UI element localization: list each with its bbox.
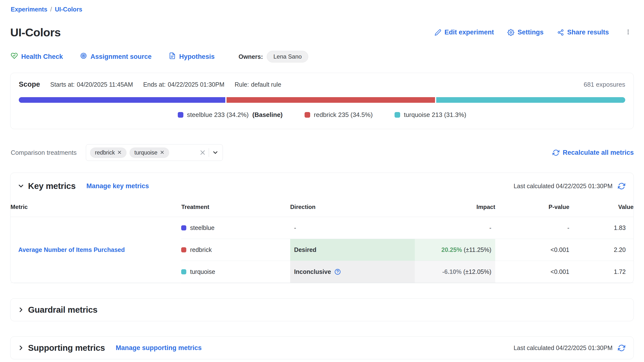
key-metrics-table: Metric Treatment Direction Impact P-valu… <box>10 197 634 283</box>
document-icon <box>169 52 176 61</box>
treatment-cell: steelblue <box>181 217 290 239</box>
ends-label: Ends at: <box>143 81 166 88</box>
chevron-down-icon[interactable] <box>212 149 219 156</box>
refresh-icon[interactable] <box>618 182 625 190</box>
pvalue-cell: - <box>495 217 570 239</box>
col-impact: Impact <box>415 197 495 217</box>
key-metrics-last-calculated: Last calculated 04/22/2025 01:30PM <box>514 182 625 190</box>
assignment-source-label: Assignment source <box>90 53 152 61</box>
treatment-name: turquoise <box>190 268 215 275</box>
legend-label: steelblue 233 (34.2%) <box>187 111 249 119</box>
scope-starts: Starts at: 04/20/2025 11:45AM <box>50 81 133 88</box>
breadcrumb-experiments[interactable]: Experiments <box>11 6 47 13</box>
impact-ci: (±11.25%) <box>464 246 491 253</box>
more-options-button[interactable] <box>622 27 634 38</box>
breadcrumb: Experiments / UI-Colors <box>10 6 634 13</box>
share-icon <box>557 29 564 36</box>
legend-item-turquoise: turquoise 213 (31.3%) <box>394 111 466 119</box>
impact-cell: -6.10% (±12.05%) <box>415 261 495 283</box>
rule-value: default rule <box>251 81 282 88</box>
turquoise-swatch-icon <box>394 112 400 118</box>
legend-label: redbrick 235 (34.5%) <box>314 111 372 119</box>
target-icon <box>80 52 87 61</box>
gear-icon <box>508 29 514 36</box>
last-calculated-text: Last calculated 04/22/2025 01:30PM <box>514 344 612 351</box>
remove-redbrick-icon[interactable] <box>117 149 122 156</box>
starts-value: 04/20/2025 11:45AM <box>77 81 133 88</box>
assignment-source-link[interactable]: Assignment source <box>80 52 152 61</box>
manage-key-metrics-link[interactable]: Manage key metrics <box>86 182 149 190</box>
recalculate-all-metrics-button[interactable]: Recalculate all metrics <box>552 149 634 156</box>
question-circle-icon[interactable] <box>334 268 341 275</box>
guardrail-metrics-title: Guardrail metrics <box>28 305 98 315</box>
redbrick-swatch-icon <box>181 247 186 252</box>
scope-ends: Ends at: 04/22/2025 01:30PM <box>143 81 224 88</box>
settings-button[interactable]: Settings <box>508 29 544 36</box>
health-check-link[interactable]: Health Check <box>11 52 63 61</box>
impact-ci: (±12.05%) <box>463 268 491 275</box>
owner-pill[interactable]: Lena Sano <box>267 51 308 63</box>
treatment-cell: redbrick <box>181 239 290 261</box>
chip-turquoise[interactable]: turquoise <box>130 147 169 158</box>
heart-check-icon <box>11 52 18 61</box>
kebab-icon <box>625 32 631 36</box>
turquoise-swatch-icon <box>181 269 186 274</box>
supporting-last-calculated: Last calculated 04/22/2025 01:30PM <box>514 344 625 351</box>
scope-rule: Rule: default rule <box>234 81 281 88</box>
chip-redbrick[interactable]: redbrick <box>90 147 126 158</box>
chip-label: turquoise <box>134 149 158 156</box>
col-metric: Metric <box>10 197 181 217</box>
comparison-treatments-select[interactable]: redbrick turquoise <box>86 144 223 161</box>
table-header-row: Metric Treatment Direction Impact P-valu… <box>10 197 634 217</box>
breadcrumb-separator: / <box>50 6 52 13</box>
share-results-label: Share results <box>567 29 609 36</box>
value-cell: 2.20 <box>570 239 634 261</box>
pencil-icon <box>434 29 441 36</box>
legend-label: turquoise 213 (31.3%) <box>404 111 466 119</box>
last-calculated-text: Last calculated 04/22/2025 01:30PM <box>514 183 612 190</box>
value-cell: 1.72 <box>570 261 634 283</box>
exposure-bar <box>19 97 625 103</box>
starts-label: Starts at: <box>50 81 74 88</box>
refresh-icon <box>552 149 560 156</box>
hypothesis-label: Hypothesis <box>179 53 215 61</box>
health-check-label: Health Check <box>21 53 63 61</box>
collapse-chevron-down-icon[interactable] <box>16 182 28 190</box>
treatment-cell: turquoise <box>181 261 290 283</box>
remove-turquoise-icon[interactable] <box>160 149 164 156</box>
metric-link[interactable]: Average Number of Items Purchased <box>18 246 125 253</box>
share-results-button[interactable]: Share results <box>557 29 609 36</box>
manage-supporting-metrics-link[interactable]: Manage supporting metrics <box>116 344 202 352</box>
breadcrumb-current[interactable]: UI-Colors <box>55 6 82 13</box>
baseline-tag: (Baseline) <box>252 111 282 119</box>
collapse-chevron-right-icon[interactable] <box>16 306 28 313</box>
settings-label: Settings <box>518 29 544 36</box>
exposures-count: 681 exposures <box>584 81 625 88</box>
guardrail-metrics-card: Guardrail metrics <box>10 298 634 321</box>
col-direction: Direction <box>290 197 415 217</box>
key-metrics-header: Key metrics Manage key metrics Last calc… <box>10 173 634 197</box>
hypothesis-link[interactable]: Hypothesis <box>169 52 215 61</box>
chip-label: redbrick <box>95 149 115 156</box>
owners: Owners: Lena Sano <box>238 51 308 63</box>
page-title: UI-Colors <box>10 26 61 39</box>
select-divider <box>209 148 209 157</box>
refresh-icon[interactable] <box>618 344 625 351</box>
legend-item-steelblue: steelblue 233 (34.2%) (Baseline) <box>178 111 282 119</box>
direction-text: Inconclusive <box>294 268 331 275</box>
comparison-treatments-label: Comparison treatments <box>10 149 76 156</box>
impact-cell: - <box>415 217 495 239</box>
direction-cell: - <box>290 217 415 239</box>
edit-experiment-label: Edit experiment <box>444 29 494 36</box>
value-cell: 1.83 <box>570 217 634 239</box>
scope-card: Scope Starts at: 04/20/2025 11:45AM Ends… <box>10 73 634 129</box>
collapse-chevron-right-icon[interactable] <box>16 344 28 351</box>
pvalue-cell: <0.001 <box>495 239 570 261</box>
edit-experiment-button[interactable]: Edit experiment <box>434 29 494 36</box>
experiment-page: Experiments / UI-Colors UI-Colors Edit e… <box>0 0 644 362</box>
treatment-name: steelblue <box>190 224 214 231</box>
comparison-row: Comparison treatments redbrick turquoise <box>10 144 634 161</box>
clear-selection-icon[interactable] <box>200 149 206 156</box>
direction-cell: Inconclusive <box>290 261 415 283</box>
table-row-steelblue: Average Number of Items Purchased steelb… <box>10 217 634 239</box>
